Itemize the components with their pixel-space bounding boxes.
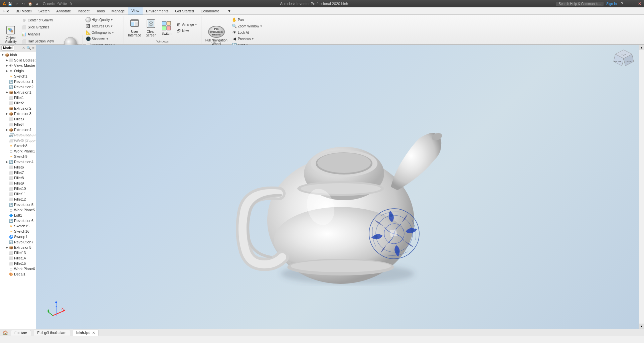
tree-item-revolution4[interactable]: ▶ 🔄 Revolution4 [0, 159, 36, 164]
qa-redo-icon[interactable]: ↪ [21, 1, 26, 6]
shadows-dropdown[interactable]: ▼ [106, 37, 109, 40]
minimize-btn[interactable]: ─ [627, 1, 630, 6]
menu-file[interactable]: File [0, 7, 13, 14]
tree-item-binh[interactable]: ▼ 📦 binh [0, 52, 36, 58]
close-btn[interactable]: ✕ [638, 1, 641, 6]
shadows-btn[interactable]: 🌑 Shadows ▼ [84, 36, 122, 42]
tree-item-fillet3[interactable]: ⬜ Fillet3 [0, 116, 36, 122]
menu-annotate[interactable]: Annotate [53, 7, 74, 14]
menu-manage[interactable]: Manage [108, 7, 128, 14]
maximize-btn[interactable]: □ [633, 1, 635, 6]
orthographic-btn[interactable]: 📐 Orthographic ▼ [84, 29, 122, 35]
center-of-gravity-btn[interactable]: ⊕ Center of Gravity [19, 17, 56, 23]
tree-item-revolution6[interactable]: 🔄 Revolution6 [0, 218, 36, 223]
home-status-icon[interactable]: 🏠 [3, 330, 8, 335]
tree-item-extrusion5[interactable]: ▶ 📦 Extrusion5 [0, 245, 36, 250]
browser-options[interactable]: ≡ [32, 46, 34, 50]
tree-item-sketch15[interactable]: ✏ Sketch15 [0, 223, 36, 229]
tree-item-fillet1[interactable]: ⬜ Fillet1 [0, 95, 36, 100]
tree-item-fillet7[interactable]: ⬜ Fillet7 [0, 170, 36, 175]
tree-item-workplane5[interactable]: ◻ Work Plane5 [0, 207, 36, 213]
tree-item-extrusion4[interactable]: ▶ 📦 Extrusion4 [0, 127, 36, 132]
tab-binh-close[interactable]: ✕ [92, 331, 95, 335]
menu-sketch[interactable]: Sketch [35, 7, 53, 14]
clean-screen-btn[interactable]: CleanScreen [144, 17, 158, 39]
previous-dropdown[interactable]: ▼ [252, 37, 254, 40]
zoom-dropdown[interactable]: ▼ [260, 25, 263, 28]
full-nav-wheel-btn[interactable]: Pan Zoom Rewind Orbit Full NavigationWhe… [203, 25, 229, 47]
tree-item-extrusion1[interactable]: ▶ 📦 Extrusion1 [0, 90, 36, 95]
arrange-dropdown[interactable]: ▼ [195, 23, 197, 26]
tree-item-revolution1[interactable]: 🔄 Revolution1 [0, 79, 36, 84]
menu-expand-icon[interactable]: ▼ [224, 7, 234, 14]
tree-item-revolution5[interactable]: 🔄 Revolution5 [0, 202, 36, 207]
tree-item-revolution7[interactable]: 🔄 Revolution7 [0, 239, 36, 245]
viewport[interactable]: Z X Y TOP RIGHT FRONT [36, 45, 639, 329]
switch-btn[interactable]: Switch [159, 17, 174, 39]
expand-view[interactable]: ▶ [5, 64, 9, 68]
tree-item-sketch9[interactable]: ✏ Sketch9 [0, 154, 36, 159]
browser-close[interactable]: ✕ [22, 46, 25, 50]
menu-get-started[interactable]: Get Started [172, 7, 197, 14]
menu-view[interactable]: View [128, 7, 143, 14]
tree-item-extrusion2[interactable]: 📦 Extrusion2 [0, 106, 36, 111]
arrange-btn[interactable]: ⊞ Arrange ▼ [174, 22, 199, 28]
tree-item-fillet13[interactable]: ⬜ Fillet13 [0, 250, 36, 255]
view-cube[interactable]: TOP RIGHT FRONT [612, 48, 635, 72]
previous-btn[interactable]: ◀ Previous ▼ [230, 36, 264, 42]
expand-ext5[interactable]: ▶ [5, 245, 9, 249]
textures-dropdown[interactable]: ▼ [110, 25, 113, 28]
search-bar[interactable]: Search Help & Commands... [556, 2, 604, 6]
tree-item-fillet12[interactable]: ⬜ Fillet12 [0, 197, 36, 202]
new-window-btn[interactable]: 🗗 New [174, 28, 199, 34]
menu-environments[interactable]: Environments [143, 7, 172, 14]
tree-item-fillet8[interactable]: ⬜ Fillet8 [0, 175, 36, 181]
tree-item-fillet6[interactable]: ⬜ Fillet6 [0, 164, 36, 170]
tree-item-solid-bodies[interactable]: ▶ ⬜ Solid Bodies(1) [0, 58, 36, 63]
look-at-btn[interactable]: 👁 Look At [230, 29, 264, 35]
object-visibility-btn[interactable]: ObjectVisibility [3, 23, 19, 45]
zoom-window-btn[interactable]: 🔍 Zoom Window ▼ [230, 23, 264, 29]
tab-full-iam[interactable]: Full.iam [11, 330, 31, 336]
tree-item-revolution2[interactable]: 🔄 Revolution2 [0, 84, 36, 90]
qa-save-icon[interactable]: 💾 [7, 1, 13, 6]
menu-inspect[interactable]: Inspect [74, 7, 93, 14]
high-quality-btn[interactable]: High Quality ▼ [84, 17, 122, 23]
qa-undo-icon[interactable]: ↩ [14, 1, 19, 6]
menu-collaborate[interactable]: Collaborate [197, 7, 223, 14]
menu-tools[interactable]: Tools [93, 7, 108, 14]
tree-item-fillet15[interactable]: ⬜ Fillet15 [0, 261, 36, 266]
help-icon[interactable]: ? [619, 1, 625, 6]
tree-item-fillet9[interactable]: ⬜ Fillet9 [0, 181, 36, 186]
user-interface-btn[interactable]: UserInterface [126, 17, 143, 39]
tab-goi-thuoc[interactable]: Full gói thuốc.iam [34, 330, 70, 336]
tree-item-fillet4[interactable]: ⬜ Fillet4 [0, 122, 36, 127]
tree-item-sketch16[interactable]: ✏ Sketch16 [0, 229, 36, 234]
expand-ext3[interactable]: ▶ [5, 112, 9, 116]
browser-search[interactable]: 🔍 [26, 46, 31, 50]
expand-origin[interactable]: ▶ [5, 69, 9, 73]
expand-ext1[interactable]: ▶ [5, 90, 9, 94]
scroll-up-btn[interactable]: ▲ [639, 45, 644, 50]
tree-item-workplane1[interactable]: ◻ Work Plane1 [0, 148, 36, 154]
tree-item-loft1[interactable]: 🔷 Loft1 [0, 213, 36, 218]
tree-item-fillet2[interactable]: ⬜ Fillet2 [0, 100, 36, 106]
tree-item-fillet10[interactable]: ⬜ Fillet10 [0, 186, 36, 191]
half-section-btn[interactable]: ⬜ Half Section View [19, 38, 56, 44]
tree-item-workplane6[interactable]: ◻ Work Plane6 [0, 266, 36, 271]
sign-in-btn[interactable]: Sign In [606, 2, 617, 6]
tree-item-fillet14[interactable]: ⬜ Fillet14 [0, 255, 36, 261]
tree-item-sketch1[interactable]: ✏ Sketch1 [0, 74, 36, 79]
scroll-track[interactable] [639, 50, 644, 324]
tree-item-revolution3[interactable]: 🔄 Revolution3 (Supp [0, 132, 36, 138]
expand-ext4[interactable]: ▶ [5, 128, 9, 132]
expand-rev4[interactable]: ▶ [5, 160, 9, 164]
qa-settings-icon[interactable]: ⚙ [34, 1, 39, 6]
tree-item-origin[interactable]: ▶ ⊕ Origin [0, 68, 36, 74]
tree-item-sweep1[interactable]: 🌀 Sweep1 [0, 234, 36, 239]
browser-tab-model[interactable]: Model [1, 45, 14, 50]
pan-btn[interactable]: ✋ Pan [230, 17, 264, 23]
tree-item-view-master[interactable]: ▶ 👁 View: Master [0, 63, 36, 68]
textures-on-btn[interactable]: 🖼 Textures On ▼ [84, 23, 122, 29]
high-quality-dropdown[interactable]: ▼ [111, 18, 113, 21]
